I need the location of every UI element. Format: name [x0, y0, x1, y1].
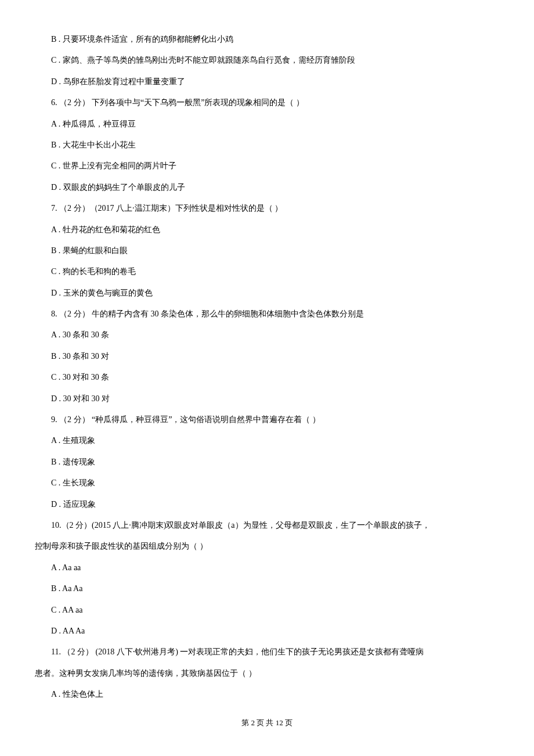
- text-line: C . AA aa: [35, 600, 499, 621]
- text-line: A . 性染色体上: [35, 684, 499, 705]
- text-line: A . 牡丹花的红色和菊花的红色: [35, 219, 499, 240]
- text-line: 8. （2 分） 牛的精子内含有 30 条染色体，那么牛的卵细胞和体细胞中含染色…: [35, 304, 499, 325]
- text-line: A . 种瓜得瓜，种豆得豆: [35, 114, 499, 135]
- text-line: D . 鸟卵在胚胎发育过程中重量变重了: [35, 71, 499, 92]
- text-line: 7. （2 分）（2017 八上·温江期末）下列性状是相对性状的是（ ）: [35, 198, 499, 219]
- document-body: B . 只要环境条件适宜，所有的鸡卵都能孵化出小鸡C . 家鸽、燕子等鸟类的雏鸟…: [35, 29, 499, 705]
- text-line: D . 30 对和 30 对: [35, 388, 499, 409]
- text-line: B . 30 条和 30 对: [35, 346, 499, 367]
- text-line: B . 果蝇的红眼和白眼: [35, 240, 499, 261]
- page-content: B . 只要环境条件适宜，所有的鸡卵都能孵化出小鸡C . 家鸽、燕子等鸟类的雏鸟…: [0, 0, 534, 746]
- text-line: D . AA Aa: [35, 621, 499, 642]
- text-line: D . 双眼皮的妈妈生了个单眼皮的儿子: [35, 177, 499, 198]
- text-line: C . 家鸽、燕子等鸟类的雏鸟刚出壳时不能立即就跟随亲鸟自行觅食，需经历育雏阶段: [35, 50, 499, 71]
- page-footer: 第 2 页 共 12 页: [35, 717, 499, 729]
- text-line: A . 生殖现象: [35, 430, 499, 451]
- text-line: C . 世界上没有完全相同的两片叶子: [35, 156, 499, 177]
- text-line: C . 30 对和 30 条: [35, 367, 499, 388]
- text-line: C . 狗的长毛和狗的卷毛: [35, 261, 499, 282]
- text-line: 10.（2 分）(2015 八上·腾冲期末)双眼皮对单眼皮（a）为显性，父母都是…: [35, 515, 499, 536]
- text-line: B . 只要环境条件适宜，所有的鸡卵都能孵化出小鸡: [35, 29, 499, 50]
- text-line: B . 遗传现象: [35, 452, 499, 473]
- text-line: D . 适应现象: [35, 494, 499, 515]
- text-line: 6. （2 分） 下列各项中与“天下乌鸦一般黑”所表现的现象相同的是（ ）: [35, 92, 499, 113]
- text-line: B . Aa Aa: [35, 578, 499, 599]
- text-line: A . 30 条和 30 条: [35, 325, 499, 345]
- text-line: 控制母亲和孩子眼皮性状的基因组成分别为（ ）: [35, 536, 499, 557]
- text-line: 11. （2 分） (2018 八下·钦州港月考) 一对表现正常的夫妇，他们生下…: [35, 642, 499, 663]
- text-line: D . 玉米的黄色与豌豆的黄色: [35, 283, 499, 304]
- text-line: 患者。这种男女发病几率均等的遗传病，其致病基因位于（ ）: [35, 663, 499, 684]
- text-line: A . Aa aa: [35, 557, 499, 578]
- text-line: 9. （2 分） “种瓜得瓜，种豆得豆”，这句俗语说明自然界中普遍存在着（ ）: [35, 409, 499, 430]
- text-line: C . 生长现象: [35, 473, 499, 494]
- text-line: B . 大花生中长出小花生: [35, 135, 499, 156]
